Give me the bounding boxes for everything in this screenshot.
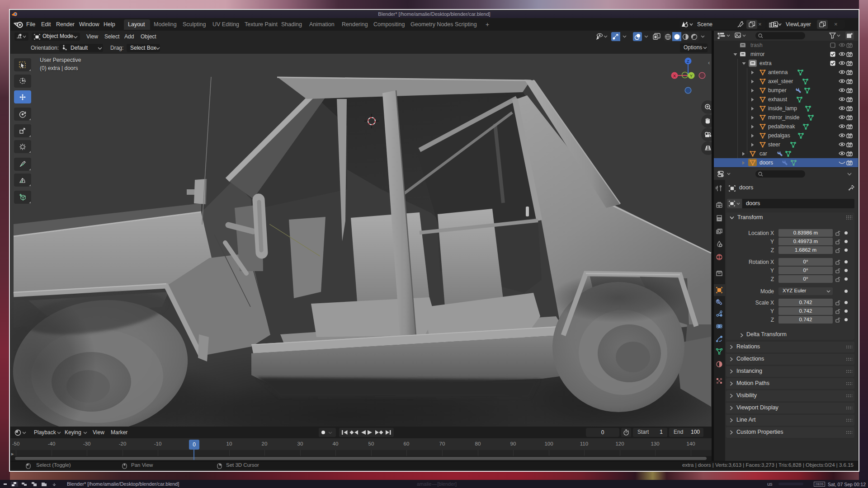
svg-text:X: X: [673, 73, 676, 78]
svg-text:Y: Y: [690, 73, 693, 78]
svg-text:Z: Z: [687, 59, 689, 64]
